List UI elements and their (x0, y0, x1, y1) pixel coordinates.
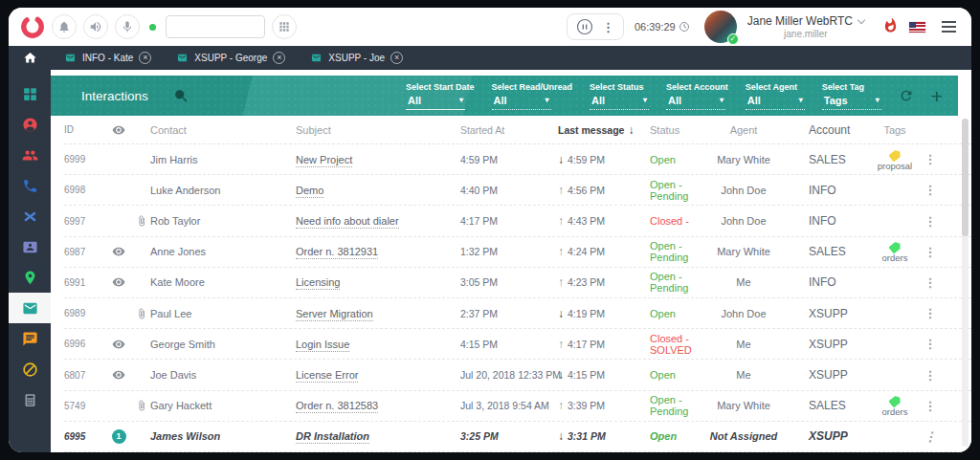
interaction-tab[interactable]: XSUPP - George× (176, 50, 285, 67)
more-options-icon[interactable]: ⋮ (602, 21, 614, 33)
sidebar-item-dialer[interactable] (9, 384, 51, 415)
timer-value: 06:39:29 (635, 21, 676, 33)
row-menu-icon[interactable]: ⋮ (924, 337, 937, 351)
refresh-button[interactable] (899, 88, 914, 103)
header-tags: Tags (870, 124, 920, 136)
tab-close-icon[interactable]: × (390, 52, 403, 64)
contact-cell: Gary Hackett (135, 400, 284, 411)
sidebar-item-home[interactable] (9, 46, 51, 70)
filter-select-tag[interactable]: Select TagTags▾ (822, 82, 881, 110)
menu-icon[interactable] (942, 21, 956, 33)
subject-link[interactable]: DR Installation (296, 430, 369, 444)
filter-select-account[interactable]: Select AccountAll▾ (666, 82, 728, 110)
user-menu[interactable]: Jane Miller WebRTC jane.miller (747, 14, 864, 39)
tab-close-icon[interactable]: × (139, 52, 151, 64)
sidebar-item-locations[interactable] (9, 262, 51, 293)
row-menu-icon[interactable]: ⋮ (924, 306, 937, 320)
subject-link[interactable]: Order n. 3812931 (296, 246, 378, 259)
table-scrollbar[interactable] (962, 119, 969, 447)
subject-link[interactable]: New Project (296, 154, 352, 167)
sidebar-item-missed-calls[interactable] (9, 201, 51, 231)
mic-button[interactable] (115, 14, 140, 39)
sidebar-item-contacts[interactable] (9, 140, 51, 170)
bell-button[interactable] (52, 14, 77, 39)
contact-name: George Smith (150, 339, 215, 350)
sidebar-item-blocked[interactable] (9, 354, 51, 384)
row-menu-icon[interactable]: ⋮ (924, 368, 937, 383)
row-menu-icon[interactable]: ⋮ (924, 214, 937, 229)
table-row[interactable]: 6997Rob TaylorNeed info about dialer4:17… (64, 206, 971, 236)
scrollbar-thumb[interactable] (962, 119, 969, 236)
us-flag-icon[interactable] (909, 22, 925, 33)
table-row[interactable]: 6996George SmithLogin Issue4:15 PM↑4:17 … (64, 329, 971, 360)
last-message-cell: ↓4:19 PM (550, 307, 640, 320)
sidebar-item-address-book[interactable] (9, 231, 51, 262)
speaker-button[interactable] (83, 14, 108, 39)
interaction-tab[interactable]: XSUPP - Joe× (310, 50, 403, 67)
agent-name: Me (698, 339, 790, 350)
table-row[interactable]: 6987Anne JonesOrder n. 38129311:32 PM↑4:… (64, 237, 971, 268)
filter-value-dropdown[interactable]: All▾ (492, 95, 551, 110)
tag-icon (888, 394, 902, 408)
contact-cell: Paul Lee (135, 308, 284, 319)
table-row[interactable]: 6999Jim HarrisNew Project4:59 PM↓4:59 PM… (64, 144, 971, 175)
tab-close-icon[interactable]: × (273, 52, 285, 64)
chevron-down-icon: ▾ (720, 96, 724, 104)
subject-link[interactable]: Login Issue (296, 339, 349, 352)
filter-value-dropdown[interactable]: Tags▾ (822, 95, 881, 110)
table-row[interactable]: 5749Gary HackettOrder n. 3812583Jul 3, 2… (64, 391, 971, 422)
dialpad-button[interactable] (272, 14, 297, 39)
arrow-down-icon: ↓ (558, 153, 564, 166)
new-interaction-button[interactable]: + (931, 86, 943, 106)
dial-input[interactable] (166, 15, 265, 38)
user-avatar[interactable]: ✓ (704, 11, 737, 43)
sidebar-item-calls[interactable] (9, 170, 51, 201)
sidebar-item-agents[interactable] (9, 109, 51, 140)
flame-icon[interactable] (875, 17, 899, 37)
last-message-time: 4:24 PM (568, 246, 605, 257)
table-row[interactable]: 6989Paul LeeServer Migration2:37 PM↓4:19… (64, 298, 971, 329)
sidebar-item-dashboard[interactable] (9, 78, 51, 109)
row-menu-icon[interactable]: ⋮ (924, 399, 937, 413)
filter-select-start-date[interactable]: Select Start DateAll▾ (406, 82, 475, 110)
last-message-cell: ↑4:24 PM (550, 245, 640, 258)
filter-select-status[interactable]: Select StatusAll▾ (590, 82, 649, 110)
search-button[interactable] (173, 88, 189, 104)
filter-select-agent[interactable]: Select AgentAll▾ (746, 82, 805, 110)
sidebar-item-interactions-mail[interactable] (9, 293, 51, 323)
header-last-message-sort[interactable]: Last message ↓ (550, 123, 640, 137)
subject-link[interactable]: Licensing (296, 276, 340, 290)
contact-name: Paul Lee (150, 308, 191, 319)
sidebar-item-chats[interactable] (9, 323, 51, 354)
subject-link[interactable]: Server Migration (296, 308, 373, 321)
filter-value-dropdown[interactable]: All▾ (406, 95, 465, 110)
filter-select-read-unread[interactable]: Select Read/UnreadAll▾ (492, 82, 573, 110)
table-row[interactable]: 6998Luke AndersonDemo4:40 PM↑4:56 PMOpen… (64, 175, 971, 206)
subject-link[interactable]: License Error (296, 369, 358, 383)
chevron-down-icon: ▾ (459, 96, 463, 104)
row-menu-icon[interactable]: ⋮ (924, 152, 937, 166)
row-menu-icon[interactable]: ⋮ (924, 183, 937, 197)
table-row[interactable]: 69951James WilsonDR Installation3:25 PM↓… (64, 422, 971, 452)
contact-cell: Joe Davis (135, 369, 284, 381)
interaction-tab[interactable]: INFO - Kate× (64, 50, 151, 67)
contact-cell: George Smith (135, 339, 284, 350)
subject-link[interactable]: Need info about dialer (296, 215, 399, 229)
started-at: 3:05 PM (447, 276, 550, 288)
header-status: Status (640, 124, 698, 136)
menu-cell: ⋮ (920, 337, 941, 351)
subject-link[interactable]: Demo (296, 185, 323, 198)
eye-icon (112, 245, 125, 258)
row-menu-icon[interactable]: ⋮ (924, 429, 937, 444)
table-row[interactable]: 6807Joe DavisLicense ErrorJul 20, 2018 1… (64, 360, 971, 390)
row-menu-icon[interactable]: ⋮ (924, 245, 937, 259)
filter-value-dropdown[interactable]: All▾ (590, 95, 649, 110)
filter-value-dropdown[interactable]: All▾ (746, 95, 805, 110)
subject-link[interactable]: Order n. 3812583 (296, 400, 378, 413)
filter-value-dropdown[interactable]: All▾ (666, 95, 725, 110)
subject-cell: Demo (284, 185, 447, 196)
table-row[interactable]: 6991Kate MooreLicensing3:05 PM↑4:23 PMOp… (64, 268, 971, 298)
pause-button[interactable] (576, 18, 593, 35)
row-menu-icon[interactable]: ⋮ (924, 275, 937, 290)
tags-cell: proposal (870, 148, 920, 171)
